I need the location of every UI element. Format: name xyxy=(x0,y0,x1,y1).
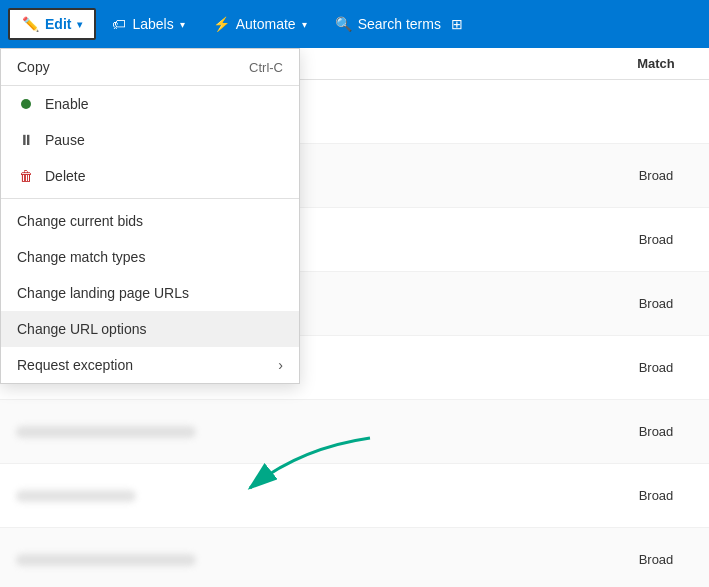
match-cell: Broad xyxy=(619,296,693,311)
edit-button[interactable]: ✏️ Edit ▾ xyxy=(8,8,96,40)
match-cell: Broad xyxy=(619,552,693,567)
match-cell: Broad xyxy=(619,232,693,247)
delete-menu-item[interactable]: 🗑 Delete xyxy=(1,158,299,194)
col-match-header: Match xyxy=(619,56,693,71)
edit-dropdown-menu: Copy Ctrl-C Enable ⏸ Pause 🗑 Delete Chan… xyxy=(0,48,300,384)
request-exception-menu-item[interactable]: Request exception › xyxy=(1,347,299,383)
automate-icon: ⚡ xyxy=(213,16,230,32)
toolbar: ✏️ Edit ▾ 🏷 Labels ▾ ⚡ Automate ▾ 🔍 Sear… xyxy=(0,0,709,48)
match-cell: Broad xyxy=(619,424,693,439)
copy-label: Copy xyxy=(17,59,50,75)
edit-chevron-icon: ▾ xyxy=(77,19,82,30)
menu-separator xyxy=(1,198,299,199)
match-cell: Broad xyxy=(619,168,693,183)
blurred-keyword xyxy=(16,426,196,438)
labels-label: Labels xyxy=(132,16,173,32)
change-bids-menu-item[interactable]: Change current bids xyxy=(1,203,299,239)
row-content xyxy=(16,490,619,502)
match-cell: Broad xyxy=(619,488,693,503)
request-exception-label: Request exception xyxy=(17,357,133,373)
change-landing-label: Change landing page URLs xyxy=(17,285,189,301)
pause-label: Pause xyxy=(45,132,85,148)
edit-icon: ✏️ xyxy=(22,16,39,32)
grid-icon: ⊞ xyxy=(451,16,463,32)
table-row: Broad xyxy=(0,400,709,464)
delete-label: Delete xyxy=(45,168,85,184)
automate-chevron-icon: ▾ xyxy=(302,19,307,30)
labels-icon: 🏷 xyxy=(112,16,126,32)
change-url-menu-item[interactable]: Change URL options xyxy=(1,311,299,347)
submenu-arrow-icon: › xyxy=(278,357,283,373)
automate-button[interactable]: ⚡ Automate ▾ xyxy=(201,10,319,38)
copy-menu-item[interactable]: Copy Ctrl-C xyxy=(1,49,299,86)
change-match-menu-item[interactable]: Change match types xyxy=(1,239,299,275)
enable-label: Enable xyxy=(45,96,89,112)
row-content xyxy=(16,554,619,566)
change-landing-menu-item[interactable]: Change landing page URLs xyxy=(1,275,299,311)
row-content xyxy=(16,426,619,438)
enable-menu-item[interactable]: Enable xyxy=(1,86,299,122)
main-content: Match Broad Broad Broad xyxy=(0,48,709,587)
search-terms-button[interactable]: 🔍 Search terms ⊞ xyxy=(323,10,475,38)
automate-label: Automate xyxy=(236,16,296,32)
enable-icon xyxy=(17,99,35,109)
pause-icon: ⏸ xyxy=(17,132,35,148)
search-terms-label: Search terms xyxy=(358,16,441,32)
blurred-keyword xyxy=(16,490,136,502)
change-bids-label: Change current bids xyxy=(17,213,143,229)
match-cell: Broad xyxy=(619,360,693,375)
labels-chevron-icon: ▾ xyxy=(180,19,185,30)
copy-shortcut: Ctrl-C xyxy=(249,60,283,75)
change-url-label: Change URL options xyxy=(17,321,146,337)
blurred-keyword xyxy=(16,554,196,566)
labels-button[interactable]: 🏷 Labels ▾ xyxy=(100,10,196,38)
search-terms-icon: 🔍 xyxy=(335,16,352,32)
delete-icon: 🗑 xyxy=(17,168,35,184)
pause-menu-item[interactable]: ⏸ Pause xyxy=(1,122,299,158)
table-row: Broad xyxy=(0,528,709,587)
table-row: Broad xyxy=(0,464,709,528)
edit-label: Edit xyxy=(45,16,71,32)
change-match-label: Change match types xyxy=(17,249,145,265)
